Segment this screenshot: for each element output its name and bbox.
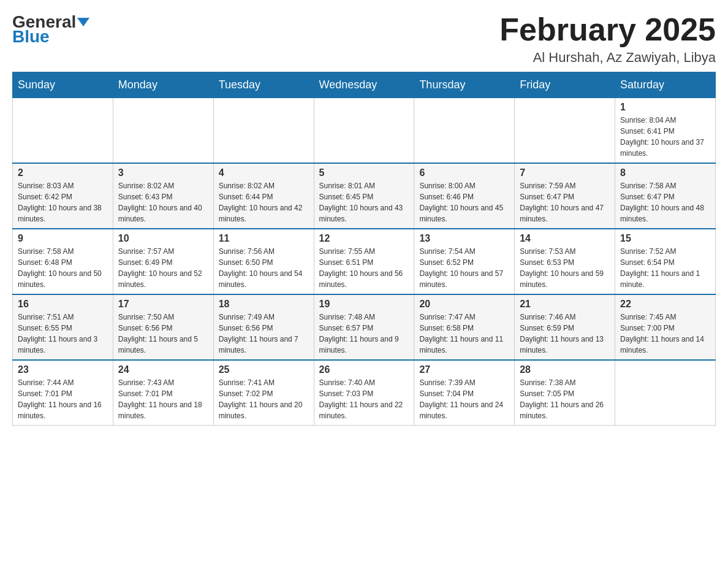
day-info: Sunrise: 7:47 AMSunset: 6:58 PMDaylight:… (419, 312, 509, 356)
calendar-week-row: 2Sunrise: 8:03 AMSunset: 6:42 PMDaylight… (13, 163, 716, 229)
day-number: 12 (319, 233, 409, 244)
calendar-day-cell: 2Sunrise: 8:03 AMSunset: 6:42 PMDaylight… (13, 163, 113, 229)
day-info: Sunrise: 7:48 AMSunset: 6:57 PMDaylight:… (319, 312, 409, 356)
title-section: February 2025 Al Hurshah, Az Zawiyah, Li… (499, 12, 716, 66)
calendar-day-cell: 26Sunrise: 7:40 AMSunset: 7:03 PMDayligh… (314, 360, 414, 426)
day-number: 15 (620, 233, 710, 244)
calendar-day-cell: 4Sunrise: 8:02 AMSunset: 6:44 PMDaylight… (213, 163, 314, 229)
day-number: 17 (118, 299, 208, 310)
day-info: Sunrise: 7:49 AMSunset: 6:56 PMDaylight:… (219, 312, 309, 356)
day-of-week-header: Monday (113, 72, 213, 98)
day-info: Sunrise: 8:00 AMSunset: 6:46 PMDaylight:… (419, 180, 509, 224)
day-of-week-header: Sunday (13, 72, 113, 98)
day-number: 23 (18, 364, 108, 375)
day-number: 2 (18, 167, 108, 178)
day-number: 20 (419, 299, 509, 310)
day-info: Sunrise: 7:53 AMSunset: 6:53 PMDaylight:… (520, 246, 610, 290)
day-info: Sunrise: 8:02 AMSunset: 6:43 PMDaylight:… (118, 180, 208, 224)
calendar-day-cell (113, 98, 213, 164)
day-number: 21 (520, 299, 610, 310)
day-of-week-header: Wednesday (314, 72, 414, 98)
calendar-header-row: SundayMondayTuesdayWednesdayThursdayFrid… (13, 72, 716, 98)
day-info: Sunrise: 7:41 AMSunset: 7:02 PMDaylight:… (219, 377, 309, 421)
day-number: 28 (520, 364, 610, 375)
calendar-day-cell: 7Sunrise: 7:59 AMSunset: 6:47 PMDaylight… (515, 163, 615, 229)
day-info: Sunrise: 7:55 AMSunset: 6:51 PMDaylight:… (319, 246, 409, 290)
day-info: Sunrise: 7:54 AMSunset: 6:52 PMDaylight:… (419, 246, 509, 290)
day-number: 18 (219, 299, 309, 310)
month-title: February 2025 (499, 12, 716, 47)
day-number: 7 (520, 167, 610, 178)
day-info: Sunrise: 8:04 AMSunset: 6:41 PMDaylight:… (620, 115, 710, 159)
calendar-day-cell: 11Sunrise: 7:56 AMSunset: 6:50 PMDayligh… (213, 229, 314, 294)
day-number: 3 (118, 167, 208, 178)
day-number: 27 (419, 364, 509, 375)
day-number: 26 (319, 364, 409, 375)
day-of-week-header: Saturday (615, 72, 716, 98)
calendar-day-cell (615, 360, 716, 426)
day-info: Sunrise: 7:58 AMSunset: 6:48 PMDaylight:… (18, 246, 108, 290)
day-info: Sunrise: 7:50 AMSunset: 6:56 PMDaylight:… (118, 312, 208, 356)
day-info: Sunrise: 7:56 AMSunset: 6:50 PMDaylight:… (219, 246, 309, 290)
day-of-week-header: Thursday (414, 72, 515, 98)
calendar-day-cell: 15Sunrise: 7:52 AMSunset: 6:54 PMDayligh… (615, 229, 716, 294)
day-info: Sunrise: 8:01 AMSunset: 6:45 PMDaylight:… (319, 180, 409, 224)
day-number: 24 (118, 364, 208, 375)
calendar-day-cell: 12Sunrise: 7:55 AMSunset: 6:51 PMDayligh… (314, 229, 414, 294)
calendar-day-cell: 3Sunrise: 8:02 AMSunset: 6:43 PMDaylight… (113, 163, 213, 229)
day-number: 13 (419, 233, 509, 244)
calendar-day-cell (414, 98, 515, 164)
calendar-day-cell (213, 98, 314, 164)
day-number: 4 (219, 167, 309, 178)
page-header: General Blue February 2025 Al Hurshah, A… (12, 12, 716, 66)
calendar-week-row: 16Sunrise: 7:51 AMSunset: 6:55 PMDayligh… (13, 294, 716, 360)
calendar-day-cell (515, 98, 615, 164)
day-info: Sunrise: 7:58 AMSunset: 6:47 PMDaylight:… (620, 180, 710, 224)
calendar-day-cell: 20Sunrise: 7:47 AMSunset: 6:58 PMDayligh… (414, 294, 515, 360)
calendar-week-row: 1Sunrise: 8:04 AMSunset: 6:41 PMDaylight… (13, 98, 716, 164)
day-number: 19 (319, 299, 409, 310)
calendar-day-cell: 28Sunrise: 7:38 AMSunset: 7:05 PMDayligh… (515, 360, 615, 426)
calendar-day-cell: 16Sunrise: 7:51 AMSunset: 6:55 PMDayligh… (13, 294, 113, 360)
calendar-day-cell: 5Sunrise: 8:01 AMSunset: 6:45 PMDaylight… (314, 163, 414, 229)
day-info: Sunrise: 7:59 AMSunset: 6:47 PMDaylight:… (520, 180, 610, 224)
day-of-week-header: Friday (515, 72, 615, 98)
calendar-day-cell: 23Sunrise: 7:44 AMSunset: 7:01 PMDayligh… (13, 360, 113, 426)
day-number: 16 (18, 299, 108, 310)
calendar-day-cell (13, 98, 113, 164)
calendar-day-cell: 6Sunrise: 8:00 AMSunset: 6:46 PMDaylight… (414, 163, 515, 229)
day-number: 8 (620, 167, 710, 178)
calendar-day-cell: 22Sunrise: 7:45 AMSunset: 7:00 PMDayligh… (615, 294, 716, 360)
location-title: Al Hurshah, Az Zawiyah, Libya (499, 50, 716, 66)
calendar-day-cell: 17Sunrise: 7:50 AMSunset: 6:56 PMDayligh… (113, 294, 213, 360)
day-info: Sunrise: 7:39 AMSunset: 7:04 PMDaylight:… (419, 377, 509, 421)
day-info: Sunrise: 7:51 AMSunset: 6:55 PMDaylight:… (18, 312, 108, 356)
calendar-day-cell: 1Sunrise: 8:04 AMSunset: 6:41 PMDaylight… (615, 98, 716, 164)
calendar-day-cell (314, 98, 414, 164)
day-info: Sunrise: 7:40 AMSunset: 7:03 PMDaylight:… (319, 377, 409, 421)
calendar-day-cell: 19Sunrise: 7:48 AMSunset: 6:57 PMDayligh… (314, 294, 414, 360)
calendar-week-row: 23Sunrise: 7:44 AMSunset: 7:01 PMDayligh… (13, 360, 716, 426)
day-info: Sunrise: 8:03 AMSunset: 6:42 PMDaylight:… (18, 180, 108, 224)
calendar-day-cell: 24Sunrise: 7:43 AMSunset: 7:01 PMDayligh… (113, 360, 213, 426)
day-info: Sunrise: 8:02 AMSunset: 6:44 PMDaylight:… (219, 180, 309, 224)
logo: General Blue (12, 12, 91, 47)
day-number: 25 (219, 364, 309, 375)
calendar-day-cell: 21Sunrise: 7:46 AMSunset: 6:59 PMDayligh… (515, 294, 615, 360)
day-number: 5 (319, 167, 409, 178)
calendar-day-cell: 9Sunrise: 7:58 AMSunset: 6:48 PMDaylight… (13, 229, 113, 294)
calendar-day-cell: 27Sunrise: 7:39 AMSunset: 7:04 PMDayligh… (414, 360, 515, 426)
calendar-day-cell: 14Sunrise: 7:53 AMSunset: 6:53 PMDayligh… (515, 229, 615, 294)
logo-arrow-icon (77, 18, 89, 26)
day-number: 14 (520, 233, 610, 244)
day-info: Sunrise: 7:44 AMSunset: 7:01 PMDaylight:… (18, 377, 108, 421)
day-number: 9 (18, 233, 108, 244)
calendar-day-cell: 10Sunrise: 7:57 AMSunset: 6:49 PMDayligh… (113, 229, 213, 294)
day-number: 6 (419, 167, 509, 178)
day-number: 10 (118, 233, 208, 244)
day-of-week-header: Tuesday (213, 72, 314, 98)
calendar-day-cell: 18Sunrise: 7:49 AMSunset: 6:56 PMDayligh… (213, 294, 314, 360)
calendar-table: SundayMondayTuesdayWednesdayThursdayFrid… (12, 72, 716, 426)
calendar-week-row: 9Sunrise: 7:58 AMSunset: 6:48 PMDaylight… (13, 229, 716, 294)
day-info: Sunrise: 7:57 AMSunset: 6:49 PMDaylight:… (118, 246, 208, 290)
